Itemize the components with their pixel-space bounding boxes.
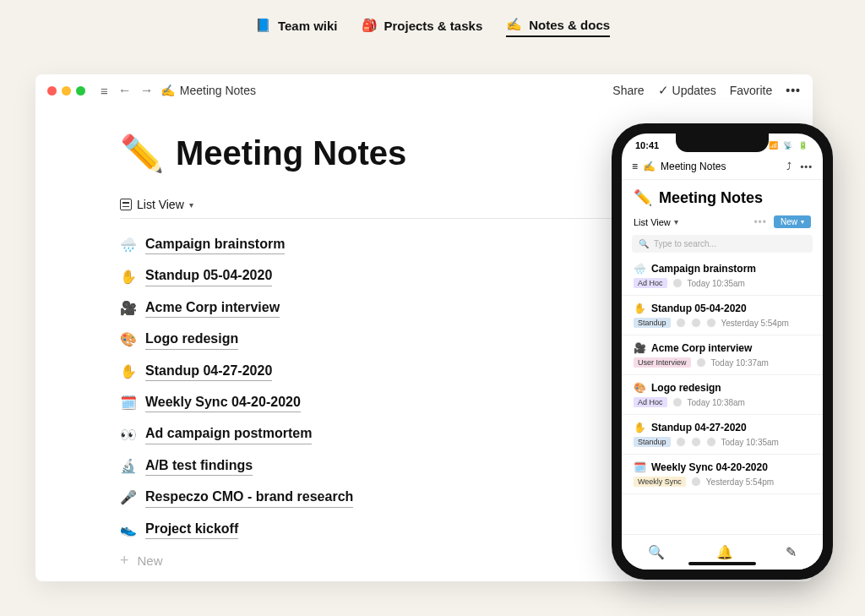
nav-search-icon[interactable]: 🔍 xyxy=(648,544,665,560)
list-view-label: List View xyxy=(634,217,671,227)
titlebar-right: Share ✓ Updates Favorite ••• xyxy=(612,83,801,98)
note-emoji-icon: 🎨 xyxy=(120,331,137,347)
note-emoji-icon: 🌧️ xyxy=(634,263,646,275)
backpack-icon: 🎒 xyxy=(362,18,378,33)
note-time: Yesterday 5:54pm xyxy=(706,477,774,487)
note-emoji-icon: 🎥 xyxy=(634,342,646,354)
note-title[interactable]: Logo redesign xyxy=(145,330,238,349)
note-emoji-icon: 🎤 xyxy=(120,489,137,505)
note-title[interactable]: Weekly Sync 04-20-2020 xyxy=(145,393,301,412)
list-icon xyxy=(120,199,132,210)
view-options-button[interactable]: ••• xyxy=(753,216,767,228)
nav-notifications-icon[interactable]: 🔔 xyxy=(716,544,733,560)
note-tag: Standup xyxy=(634,318,671,328)
tab-notes-docs[interactable]: ✍️ Notes & docs xyxy=(506,17,610,37)
note-time: Today 10:35am xyxy=(721,438,779,447)
note-title: Campaign brainstorm xyxy=(651,263,756,275)
chevron-down-icon: ▾ xyxy=(189,200,193,210)
updates-button[interactable]: ✓ Updates xyxy=(658,83,716,98)
note-tag: Ad Hoc xyxy=(634,397,667,407)
writing-icon: ✍️ xyxy=(506,17,522,32)
note-emoji-icon: ✋ xyxy=(634,422,646,433)
phone-note-row[interactable]: ✋Standup 05-04-2020StandupYesterday 5:54… xyxy=(622,296,823,335)
note-tag: User Interview xyxy=(634,357,691,368)
phone-header: ≡ ✍️ Meeting Notes ⤴ ••• xyxy=(622,150,823,180)
phone-note-row[interactable]: 🎥Acme Corp interviewUser InterviewToday … xyxy=(622,335,823,375)
note-title[interactable]: Acme Corp interview xyxy=(145,298,280,318)
minimize-window-button[interactable] xyxy=(62,86,71,95)
phone-title-text[interactable]: Meeting Notes xyxy=(659,189,763,207)
phone-bottom-nav: 🔍 🔔 ✎ xyxy=(622,534,823,570)
note-title: Acme Corp interview xyxy=(651,342,752,354)
tab-team-wiki[interactable]: 📘 Team wiki xyxy=(255,17,338,37)
maximize-window-button[interactable] xyxy=(76,86,85,95)
note-title: Standup 04-27-2020 xyxy=(651,422,747,433)
phone-breadcrumb[interactable]: Meeting Notes xyxy=(661,161,726,172)
more-menu-button[interactable]: ••• xyxy=(800,161,813,172)
forward-button[interactable]: → xyxy=(139,83,155,98)
sidebar-toggle-button[interactable]: ≡ xyxy=(97,84,112,98)
note-tag: Weekly Sync xyxy=(634,477,686,487)
breadcrumb[interactable]: ✍️ Meeting Notes xyxy=(160,84,256,97)
phone-status-icons: 📶 📡 🔋 xyxy=(769,141,809,150)
note-title[interactable]: Respeczo CMO - brand research xyxy=(145,488,353,507)
tab-label: Notes & docs xyxy=(529,18,610,32)
search-icon: 🔍 xyxy=(639,239,649,248)
book-icon: 📘 xyxy=(255,18,271,33)
note-emoji-icon: 🌧️ xyxy=(120,237,137,253)
plus-icon: + xyxy=(120,552,129,570)
phone-note-row[interactable]: 🌧️Campaign brainstormAd HocToday 10:35am xyxy=(622,256,823,296)
note-time: Today 10:37am xyxy=(711,358,769,368)
close-window-button[interactable] xyxy=(47,86,57,95)
new-button[interactable]: New ▾ xyxy=(774,215,811,228)
note-title[interactable]: Standup 05-04-2020 xyxy=(145,266,272,286)
top-tabs: 📘 Team wiki 🎒 Projects & tasks ✍️ Notes … xyxy=(0,0,865,46)
more-menu-button[interactable]: ••• xyxy=(786,84,801,97)
list-view-label: List View xyxy=(137,198,184,211)
note-title[interactable]: Ad campaign postmortem xyxy=(145,424,312,444)
phone-note-row[interactable]: 🗓️Weekly Sync 04-20-2020Weekly SyncYeste… xyxy=(622,455,823,494)
phone-notes-list: 🌧️Campaign brainstormAd HocToday 10:35am… xyxy=(622,256,823,528)
note-emoji-icon: 🔬 xyxy=(120,458,137,474)
phone-view-bar: List View ▾ ••• New ▾ xyxy=(622,212,823,233)
note-title[interactable]: Campaign brainstorm xyxy=(145,235,285,254)
pencil-icon: ✏️ xyxy=(634,188,652,207)
note-time: Yesterday 5:54pm xyxy=(721,319,789,328)
breadcrumb-title: Meeting Notes xyxy=(180,84,256,97)
phone-page-title: ✏️ Meeting Notes xyxy=(622,180,823,212)
back-button[interactable]: ← xyxy=(117,83,133,98)
share-button[interactable]: Share xyxy=(612,84,644,97)
list-view-selector[interactable]: List View ▾ xyxy=(120,198,193,211)
traffic-lights xyxy=(47,86,85,95)
note-title[interactable]: A/B test findings xyxy=(145,456,253,476)
note-emoji-icon: ✋ xyxy=(634,303,646,314)
chevron-down-icon: ▾ xyxy=(801,218,804,226)
note-emoji-icon: 🗓️ xyxy=(120,395,137,411)
pencil-icon[interactable]: ✏️ xyxy=(120,133,164,174)
search-placeholder: Type to search... xyxy=(654,239,716,248)
chevron-down-icon: ▾ xyxy=(674,217,678,226)
note-time: Today 10:38am xyxy=(688,398,745,407)
new-button-label: New xyxy=(781,217,797,226)
phone-list-view-selector[interactable]: List View ▾ xyxy=(634,217,678,227)
phone-note-row[interactable]: ✋Standup 04-27-2020StandupToday 10:35am xyxy=(622,415,823,455)
phone-note-row[interactable]: 🎨Logo redesignAd HocToday 10:38am xyxy=(622,375,823,415)
tab-projects-tasks[interactable]: 🎒 Projects & tasks xyxy=(362,17,483,37)
note-emoji-icon: 👟 xyxy=(120,521,137,537)
tab-label: Team wiki xyxy=(278,19,338,33)
phone-search-input[interactable]: 🔍 Type to search... xyxy=(632,235,813,253)
phone-sidebar-toggle[interactable]: ≡ xyxy=(632,161,638,172)
note-tag: Ad Hoc xyxy=(634,278,667,288)
note-emoji-icon: 🗓️ xyxy=(634,461,646,473)
check-icon: ✓ xyxy=(658,83,669,97)
note-emoji-icon: 👀 xyxy=(120,427,137,443)
nav-compose-icon[interactable]: ✎ xyxy=(786,544,797,560)
phone-mockup: 10:41 📶 📡 🔋 ≡ ✍️ Meeting Notes ⤴ ••• ✏️ … xyxy=(612,123,833,580)
note-title[interactable]: Standup 04-27-2020 xyxy=(145,362,272,381)
share-icon[interactable]: ⤴ xyxy=(786,161,792,172)
page-title-text[interactable]: Meeting Notes xyxy=(176,134,406,172)
phone-time: 10:41 xyxy=(635,140,659,150)
note-emoji-icon: 🎨 xyxy=(634,382,646,394)
favorite-button[interactable]: Favorite xyxy=(730,84,773,97)
note-title[interactable]: Project kickoff xyxy=(145,520,238,539)
